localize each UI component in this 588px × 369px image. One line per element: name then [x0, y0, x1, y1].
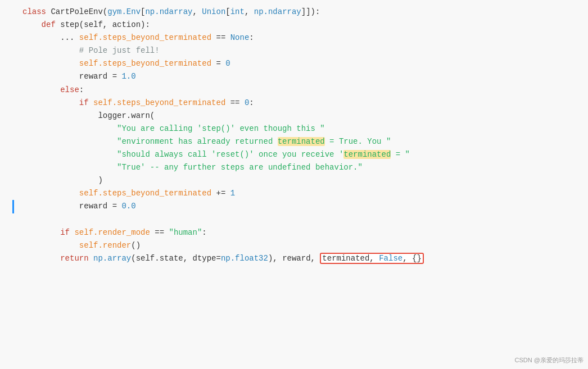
code-line-1: class CartPoleEnv(gym.Env[np.ndarray, Un… — [22, 6, 577, 19]
code-line-6: reward = 1.0 — [22, 70, 577, 83]
code-line-3: ... self.steps_beyond_terminated == None… — [22, 31, 577, 44]
code-line-12: "should always call 'reset()' once you r… — [22, 148, 577, 161]
code-line-17 — [22, 213, 577, 226]
code-line-8: if self.steps_beyond_terminated == 0: — [22, 97, 577, 110]
code-line-20: return np.array(self.state, dtype=np.flo… — [22, 252, 577, 265]
code-line-16: reward = 0.0 — [22, 200, 577, 213]
code-line-19: self.render() — [22, 239, 577, 252]
code-line-7: else: — [22, 84, 577, 97]
code-block: class CartPoleEnv(gym.Env[np.ndarray, Un… — [0, 0, 588, 369]
code-line-9: logger.warn( — [22, 110, 577, 122]
code-line-4: # Pole just fell! — [22, 44, 577, 57]
code-line-11: "environment has already returned termin… — [22, 135, 577, 148]
watermark: CSDN @亲爱的玛莎拉蒂 — [515, 356, 584, 366]
code-line-5: self.steps_beyond_terminated = 0 — [22, 57, 577, 70]
code-line-2: def step(self, action): — [22, 19, 577, 31]
code-line-18: if self.render_mode == "human": — [22, 226, 577, 239]
code-line-13: "True' -- any further steps are undefine… — [22, 161, 577, 174]
code-line-15: self.steps_beyond_terminated += 1 — [22, 187, 577, 200]
code-line-10: "You are calling 'step()' even though th… — [22, 122, 577, 135]
code-line-14: ) — [22, 174, 577, 187]
